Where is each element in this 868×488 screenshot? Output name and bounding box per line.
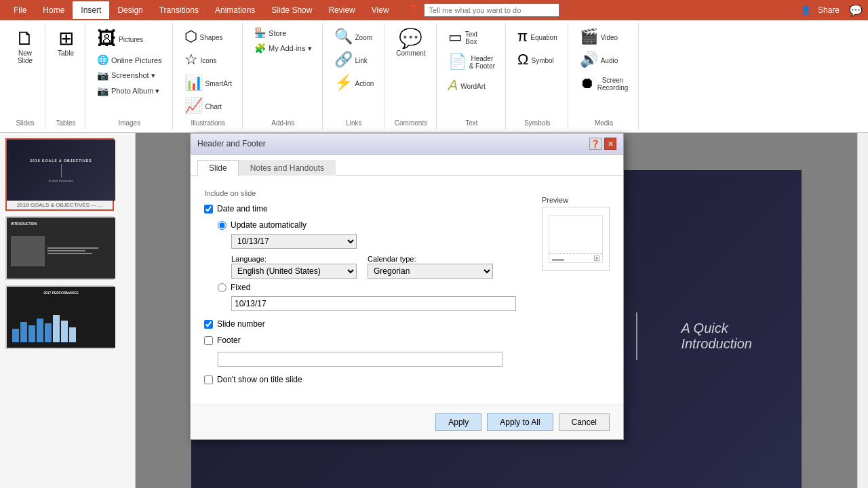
tab-review[interactable]: Review (320, 1, 363, 19)
tab-file[interactable]: File (5, 1, 35, 19)
fixed-date-input[interactable] (231, 296, 516, 311)
shapes-button[interactable]: ⬡ Shapes (180, 26, 228, 47)
cancel-button[interactable]: Cancel (559, 413, 610, 431)
slides-group-label: Slides (16, 117, 34, 127)
main-area: 1 2018 GOALS & OBJECTIVES A Quick Introd… (0, 133, 868, 488)
preview-title: Preview (542, 196, 610, 204)
footer-checkbox[interactable] (204, 336, 213, 345)
apply-to-all-button[interactable]: Apply to All (487, 413, 553, 431)
screenshot-button[interactable]: 📷 Screenshot ▾ (92, 68, 160, 82)
comment-button[interactable]: 💬 Comment (391, 26, 430, 60)
apply-button[interactable]: Apply (435, 413, 481, 431)
photo-album-button[interactable]: 📷 Photo Album ▾ (92, 83, 164, 98)
slide-thumbnail-3[interactable]: 2017 PERFORMANCE (5, 285, 114, 349)
ribbon: File Home Insert Design Transitions Anim… (0, 0, 868, 133)
fixed-row: Fixed (218, 283, 531, 292)
group-slides: 🗋 NewSlide Slides (5, 23, 45, 129)
slide-number-checkbox[interactable] (204, 320, 213, 329)
vertical-scrollbar[interactable] (857, 133, 868, 488)
new-slide-button[interactable]: 🗋 NewSlide (11, 26, 39, 68)
group-addins: 🏪 Store 🧩 My Add-ins ▾ Add-ins (244, 23, 322, 129)
tab-transitions[interactable]: Transitions (151, 1, 207, 19)
text-group-label: Text (465, 117, 477, 127)
tab-notes-handouts[interactable]: Notes and Handouts (239, 160, 336, 176)
addins-icon: 🧩 (254, 43, 266, 53)
date-dropdown[interactable]: 10/13/17 (231, 234, 357, 249)
tab-home[interactable]: Home (35, 1, 73, 19)
images-group-label: Images (118, 117, 140, 127)
date-time-checkbox[interactable] (204, 205, 213, 214)
slides-items: 🗋 NewSlide (11, 26, 39, 117)
footer-label: Footer (217, 336, 241, 345)
symbol-icon: Ω (517, 52, 528, 67)
my-addins-button[interactable]: 🧩 My Add-ins ▾ (250, 41, 316, 55)
dont-show-row: Don't show on title slide (204, 375, 531, 384)
media-group-label: Media (595, 117, 613, 127)
zoom-button[interactable]: 🔍 Zoom (330, 26, 378, 47)
slide-panel: 1 2018 GOALS & OBJECTIVES A Quick Introd… (0, 133, 136, 488)
tab-design[interactable]: Design (109, 1, 151, 19)
dont-show-checkbox[interactable] (204, 375, 213, 384)
search-input[interactable] (424, 3, 559, 17)
tab-slide[interactable]: Slide (197, 160, 239, 176)
pictures-button[interactable]: 🖼 Pictures (92, 26, 148, 52)
shapes-icon: ⬡ (184, 29, 197, 44)
tab-slideshow[interactable]: Slide Show (263, 1, 320, 19)
date-time-row: Date and time (204, 204, 531, 214)
video-icon: 🎬 (580, 29, 598, 44)
language-dropdown[interactable]: English (United States) (231, 264, 357, 279)
smartart-button[interactable]: 📊 SmartArt (180, 72, 237, 94)
slide-canvas: 2018 GOALS & OBJECTIVES A Quick Introduc… (136, 133, 857, 488)
action-button[interactable]: ⚡ Action (330, 72, 379, 94)
calendar-dropdown[interactable]: Gregorian (368, 264, 493, 279)
group-links: 🔍 Zoom 🔗 Link ⚡ Action Links (324, 23, 385, 129)
video-button[interactable]: 🎬 Video (575, 26, 623, 47)
screen-recording-button[interactable]: ⏺ ScreenRecording (575, 72, 633, 95)
slide-thumbnail-1[interactable]: 2018 GOALS & OBJECTIVES A Quick Introduc… (5, 138, 114, 211)
tab-insert[interactable]: Insert (73, 1, 109, 19)
footer-input[interactable] (218, 352, 502, 367)
dialog-help-button[interactable]: ❓ (589, 138, 601, 150)
textbox-button[interactable]: ▭ TextBox (443, 26, 482, 49)
link-button[interactable]: 🔗 Link (330, 49, 372, 70)
update-auto-radio[interactable] (218, 221, 226, 230)
online-pictures-button[interactable]: 🌐 Online Pictures (92, 53, 167, 66)
audio-button[interactable]: 🔊 Audio (575, 49, 623, 70)
comment-ribbon-icon: 💬 (399, 29, 422, 48)
dialog-close-button[interactable]: ✕ (604, 138, 616, 150)
preview-page-num: # (594, 256, 599, 261)
symbol-button[interactable]: Ω Symbol (513, 49, 559, 70)
icons-button[interactable]: ☆ Icons (180, 49, 222, 70)
tab-animations[interactable]: Animations (207, 1, 263, 19)
fixed-label: Fixed (231, 283, 250, 292)
fixed-radio[interactable] (218, 283, 226, 292)
dialog-body: Include on slide Date and time Update au… (191, 176, 623, 405)
dialog-tab-bar: Slide Notes and Handouts (191, 155, 623, 176)
share-label[interactable]: Share (818, 5, 840, 15)
update-auto-label: Update automatically (231, 220, 307, 230)
dialog-two-col: Include on slide Date and time Update au… (204, 189, 610, 391)
slide-thumbnail-2[interactable]: INTRODUCTION (5, 216, 114, 280)
dialog-footer: Apply Apply to All Cancel (191, 405, 623, 439)
group-tables: ⊞ Table Tables (47, 23, 85, 129)
dialog-titlebar: Header and Footer ❓ ✕ (191, 134, 623, 155)
fixed-input-row (231, 296, 531, 311)
screenshot-icon: 📷 (97, 70, 108, 80)
online-pictures-icon: 🌐 (97, 55, 108, 64)
wordart-button[interactable]: A WordArt (443, 75, 490, 96)
equation-button[interactable]: π Equation (513, 26, 562, 47)
header-footer-button[interactable]: 📄 Header& Footer (443, 50, 500, 73)
tables-group-label: Tables (56, 117, 76, 127)
update-auto-row: Update automatically (218, 220, 531, 230)
dialog-right-col: Preview # (542, 189, 610, 271)
chart-button[interactable]: 📈 Chart (180, 95, 226, 117)
group-text: ▭ TextBox 📄 Header& Footer A WordArt Tex… (438, 23, 506, 129)
store-icon: 🏪 (254, 28, 266, 37)
comment-icon[interactable]: 💬 (849, 4, 863, 17)
table-button[interactable]: ⊞ Table (52, 26, 79, 60)
wordart-icon: A (448, 78, 458, 93)
share-icon: 👤 (801, 5, 811, 15)
tab-view[interactable]: View (363, 1, 397, 19)
store-button[interactable]: 🏪 Store (250, 26, 291, 39)
table-icon: ⊞ (58, 29, 74, 48)
